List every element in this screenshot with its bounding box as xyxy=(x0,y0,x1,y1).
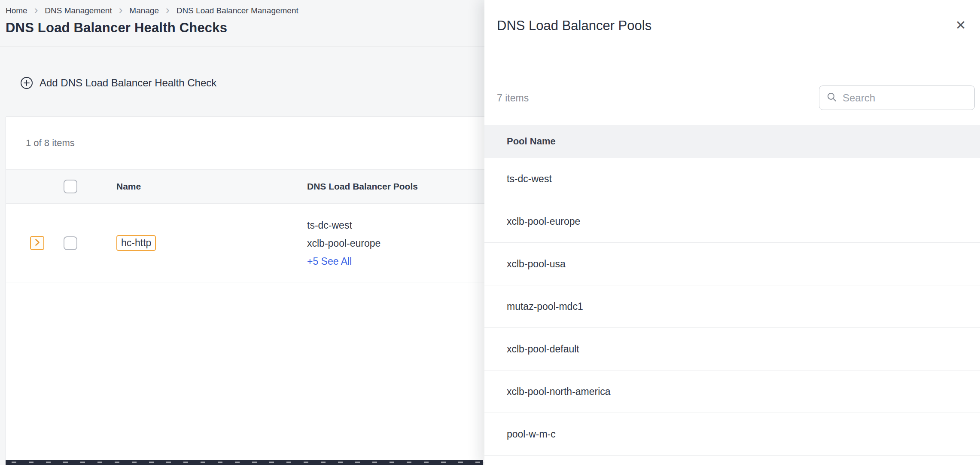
close-icon[interactable]: ✕ xyxy=(953,17,968,33)
chevron-right-icon: › xyxy=(119,6,123,14)
chevron-right-icon: › xyxy=(166,6,170,14)
pool-row: xclb-pool-north-america xyxy=(484,370,980,413)
pool-name: mutaz-pool-mdc1 xyxy=(507,301,583,312)
pool-name: ts-dc-west xyxy=(507,173,552,185)
pool-name: xclb-pool-north-america xyxy=(507,386,611,398)
breadcrumb-item-manage[interactable]: Manage xyxy=(129,6,159,15)
pool-name: xclb-pool-europe xyxy=(307,234,380,252)
bottom-bar xyxy=(6,460,483,465)
add-health-check-button[interactable]: Add DNS Load Balancer Health Check xyxy=(20,76,216,89)
pools-list: ts-dc-west xclb-pool-europe xclb-pool-us… xyxy=(484,158,980,456)
pool-row: ts-dc-west xyxy=(484,158,980,200)
pool-row: xclb-pool-usa xyxy=(484,243,980,285)
breadcrumb-item-dns-lb-management[interactable]: DNS Load Balancer Management xyxy=(177,6,298,15)
pool-name: xclb-pool-default xyxy=(507,343,579,355)
health-check-name-link[interactable]: hc-http xyxy=(116,235,156,251)
select-all-checkbox[interactable] xyxy=(64,180,77,193)
breadcrumb-item-dns-management[interactable]: DNS Management xyxy=(45,6,112,15)
pool-name: ts-dc-west xyxy=(307,216,380,234)
pools-table-header: Pool Name xyxy=(484,125,980,158)
expand-row-button[interactable] xyxy=(30,236,44,250)
page-title: DNS Load Balancer Health Checks xyxy=(6,20,227,36)
items-count: 1 of 8 items xyxy=(26,117,75,169)
pool-search[interactable] xyxy=(819,86,975,110)
pool-row: xclb-pool-default xyxy=(484,328,980,370)
search-icon xyxy=(827,92,837,104)
drawer-items-count: 7 items xyxy=(497,92,529,104)
column-header-name: Name xyxy=(116,181,141,192)
add-health-check-label: Add DNS Load Balancer Health Check xyxy=(40,77,216,89)
column-header-pools: DNS Load Balancer Pools xyxy=(307,181,418,192)
drawer-title: DNS Load Balancer Pools xyxy=(497,18,651,34)
breadcrumb-item-home[interactable]: Home xyxy=(6,6,27,15)
pool-row: pool-w-m-c xyxy=(484,413,980,456)
see-all-link[interactable]: +5 See All xyxy=(307,252,380,270)
pools-cell: ts-dc-west xclb-pool-europe +5 See All xyxy=(307,216,380,270)
pools-drawer: DNS Load Balancer Pools ✕ 7 items Pool N… xyxy=(484,0,980,465)
plus-circle-icon xyxy=(20,76,33,89)
chevron-right-icon xyxy=(35,239,40,248)
row-checkbox[interactable] xyxy=(64,236,77,250)
chevron-right-icon: › xyxy=(34,6,38,14)
search-input[interactable] xyxy=(843,92,967,104)
breadcrumb: Home › DNS Management › Manage › DNS Loa… xyxy=(6,6,298,15)
pool-row: xclb-pool-europe xyxy=(484,200,980,243)
pool-name: xclb-pool-usa xyxy=(507,258,566,270)
pool-row: mutaz-pool-mdc1 xyxy=(484,285,980,328)
pool-name: pool-w-m-c xyxy=(507,428,556,440)
column-header-pool-name: Pool Name xyxy=(507,136,556,147)
pool-name: xclb-pool-europe xyxy=(507,216,580,227)
